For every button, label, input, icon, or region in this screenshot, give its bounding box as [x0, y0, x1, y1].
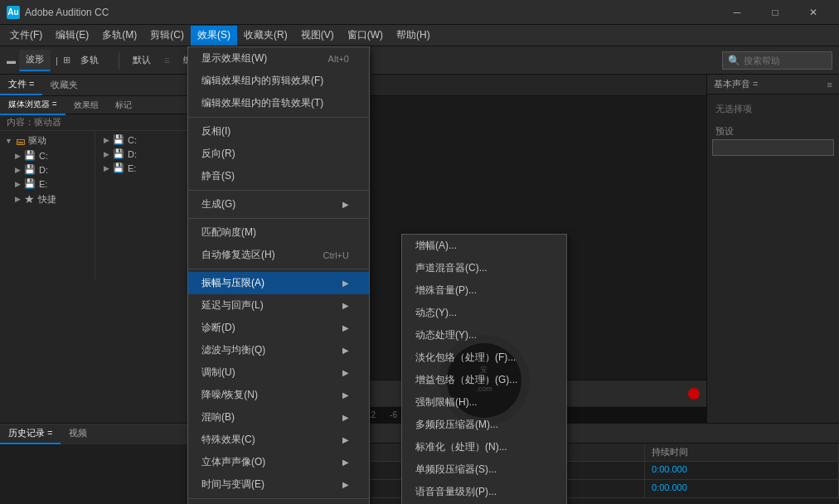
tab-favorites[interactable]: 收藏夹 — [42, 75, 86, 95]
tree-right-c[interactable]: ▶ 💾 C: — [100, 133, 188, 147]
minimize-button[interactable]: ─ — [718, 0, 756, 25]
submenu-fade-envelope[interactable]: 增殊音量(P)... — [402, 279, 566, 302]
default-workspace-button[interactable]: 默认 — [126, 50, 158, 71]
submenu-fade-process[interactable]: 淡化包络（处理）(F)... — [402, 346, 566, 369]
file-browser-split: ▼ 🖴 驱动 ▶ 💾 C: ▶ 💾 D: — [0, 131, 190, 280]
tree-item-quick[interactable]: ▶ ★ 快捷 — [12, 191, 93, 207]
tree-item-c[interactable]: ▶ 💾 C: — [12, 148, 93, 162]
tree-item-d[interactable]: ▶ 💾 D: — [12, 162, 93, 177]
menu-file[interactable]: 文件(F) — [3, 26, 49, 46]
special-label: 特殊效果(C) — [201, 433, 255, 447]
submenu-speech-vol[interactable]: 语音音量级别(P)... — [402, 481, 566, 503]
menu-generate[interactable]: 生成(G) ▶ — [188, 193, 369, 216]
menu-noise-restore[interactable]: 降噪/恢复(N) ▶ — [188, 384, 369, 406]
multitrack-button[interactable]: 多轨 — [74, 50, 105, 71]
modulation-arrow: ▶ — [342, 368, 349, 377]
menu-modulation[interactable]: 调制(U) ▶ — [188, 361, 369, 384]
menu-special[interactable]: 特殊效果(C) ▶ — [188, 429, 369, 451]
menu-clip[interactable]: 剪辑(C) — [143, 26, 191, 46]
menu-reverse[interactable]: 反向(R) — [188, 143, 369, 165]
sep3 — [188, 218, 369, 219]
waveform-button[interactable]: 波形 — [19, 50, 51, 71]
submenu-normalize-proc[interactable]: 标准化（处理）(N)... — [402, 436, 566, 458]
drive-label: 驱动 — [28, 134, 46, 147]
icon-quick: ★ — [24, 192, 35, 206]
submenu-dynamic[interactable]: 动态(Y)... — [402, 302, 566, 324]
show-effects-shortcut: Alt+0 — [328, 54, 349, 64]
sep2 — [188, 190, 369, 191]
menu-help[interactable]: 帮助(H) — [390, 26, 437, 46]
menu-invert[interactable]: 反相(I) — [188, 120, 369, 143]
multi-compress-label: 多频段压缩器(M)... — [415, 418, 498, 432]
submenu-channel-mixer[interactable]: 声道混音器(C)... — [402, 257, 566, 279]
menu-edit-track-effects[interactable]: 编辑效果组内的音轨效果(T) — [188, 92, 369, 114]
app-title: Adobe Audition CC — [25, 7, 109, 18]
tree-right-e[interactable]: ▶ 💾 E: — [100, 161, 188, 175]
menu-auto-heal[interactable]: 自动修复选区(H) Ctrl+U — [188, 244, 369, 266]
menu-window[interactable]: 窗口(W) — [341, 26, 390, 46]
menu-show-effects[interactable]: 显示效果组(W) Alt+0 — [188, 47, 369, 70]
submenu-dynamic-process[interactable]: 动态处理(Y)... — [402, 324, 566, 346]
submenu-single-compress[interactable]: 单频段压缩器(S)... — [402, 458, 566, 481]
delay-reverb-label: 延迟与回声(L) — [201, 298, 264, 313]
preset-input[interactable] — [712, 139, 834, 156]
sep5 — [188, 498, 369, 499]
drive-tree-left: ▼ 🖴 驱动 ▶ 💾 C: ▶ 💾 D: — [0, 131, 95, 280]
history-content — [0, 444, 190, 504]
maximize-button[interactable]: □ — [756, 0, 794, 25]
submenu-gain-process[interactable]: 增益包络（处理）(G)... — [402, 369, 566, 391]
search-input[interactable] — [744, 56, 827, 65]
tab-markers[interactable]: 标记 — [107, 96, 140, 114]
invert-label: 反相(I) — [201, 124, 230, 138]
silence-label: 静音(S) — [201, 169, 235, 183]
menu-amplitude[interactable]: 振幅与压限(A) ▶ — [188, 272, 369, 294]
menu-view[interactable]: 视图(V) — [294, 26, 341, 46]
menu-reverb[interactable]: 混响(B) ▶ — [188, 406, 369, 429]
left-panel-tabs: 文件 = 收藏夹 — [0, 75, 190, 96]
menu-filter-eq[interactable]: 滤波与均衡(Q) ▶ — [188, 339, 369, 361]
tab-file[interactable]: 文件 = — [0, 75, 42, 95]
submenu-amplitude-compress[interactable]: 增幅(A)... — [402, 235, 566, 257]
tab-media-browser[interactable]: 媒体浏览器 = — [0, 95, 65, 115]
menu-effects[interactable]: 效果(S) — [191, 26, 237, 46]
col-duration: 持续时间 — [645, 443, 839, 462]
label-quick: 快捷 — [38, 193, 56, 206]
diagnostics-label: 诊断(D) — [201, 321, 235, 335]
icon-rd: 💾 — [113, 148, 124, 159]
icon-d: 💾 — [24, 164, 36, 175]
view-duration-val[interactable]: 0:00.000 — [645, 480, 839, 498]
filter-eq-arrow: ▶ — [342, 346, 349, 355]
menu-delay-reverb[interactable]: 延迟与回声(L) ▶ — [188, 294, 369, 317]
sep1 — [188, 117, 369, 118]
menu-edit-clip-effects[interactable]: 编辑效果组内的剪辑效果(F) — [188, 70, 369, 92]
edit-track-effects-label: 编辑效果组内的音轨效果(T) — [201, 96, 323, 110]
menu-stereo[interactable]: 立体声声像(O) ▶ — [188, 451, 369, 473]
menu-diagnostics[interactable]: 诊断(D) ▶ — [188, 317, 369, 339]
menu-favorites[interactable]: 收藏夹(R) — [237, 26, 294, 46]
show-effects-label: 显示效果组(W) — [201, 51, 267, 65]
menu-time-pitch[interactable]: 时间与变调(E) ▶ — [188, 473, 369, 496]
menu-silence[interactable]: 静音(S) — [188, 165, 369, 187]
tree-right-d[interactable]: ▶ 💾 D: — [100, 147, 188, 161]
menu-edit[interactable]: 编辑(E) — [49, 26, 95, 46]
sel-duration-val[interactable]: 0:00.000 — [645, 462, 839, 480]
submenu-hard-limit[interactable]: 强制限幅(H)... — [402, 391, 566, 414]
toolbar-divider — [119, 52, 119, 69]
close-button[interactable]: ✕ — [794, 0, 832, 25]
submenu-multi-compress[interactable]: 多频段压缩器(M)... — [402, 414, 566, 436]
label-e: E: — [39, 179, 47, 189]
tab-history[interactable]: 历史记录 = — [0, 424, 61, 444]
tab-video[interactable]: 视频 — [61, 424, 95, 444]
time-pitch-arrow: ▶ — [342, 480, 349, 489]
menu-multitrack[interactable]: 多轨(M) — [95, 26, 143, 46]
menu-match-loudness[interactable]: 匹配响度(M) — [188, 221, 369, 244]
tree-item-e[interactable]: ▶ 💾 E: — [12, 177, 93, 191]
arrow-d: ▶ — [15, 166, 21, 174]
search-bar[interactable]: 🔍 — [722, 51, 832, 70]
record-button[interactable] — [688, 388, 700, 400]
multitrack-icon: ⊞ — [63, 55, 70, 65]
label-c: C: — [39, 151, 48, 161]
filter-eq-label: 滤波与均衡(Q) — [201, 343, 265, 357]
tree-drive-root[interactable]: ▼ 🖴 驱动 — [2, 133, 93, 148]
tab-effects-group[interactable]: 效果组 — [65, 96, 107, 114]
